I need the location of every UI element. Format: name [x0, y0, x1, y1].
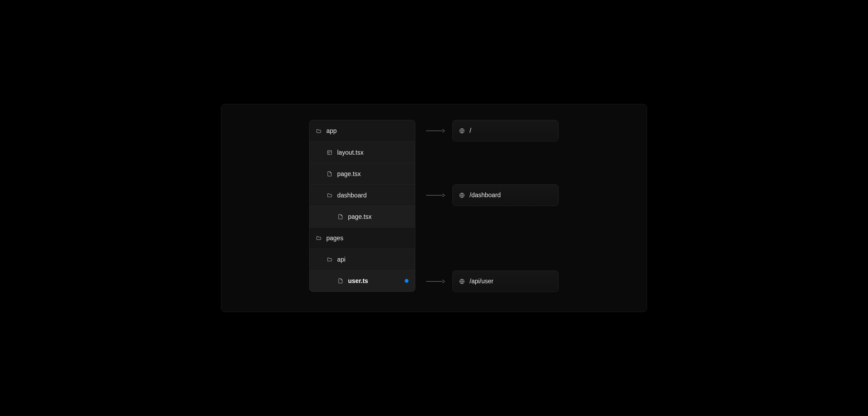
tree-item-dashboard[interactable]: dashboard	[310, 184, 415, 206]
route-box-dashboard: /dashboard	[453, 184, 558, 206]
route-path: /dashboard	[469, 192, 501, 199]
active-dot-icon	[405, 279, 408, 283]
tree-item-label: user.ts	[348, 277, 368, 285]
tree-item-user-ts[interactable]: user.ts	[310, 270, 415, 291]
file-tree: app layout.tsx page.tsx dashboard page.t…	[309, 120, 415, 292]
arrow-right-icon	[426, 131, 445, 131]
tree-item-pages[interactable]: pages	[310, 227, 415, 249]
route-box-api-user: /api/user	[453, 271, 558, 292]
file-icon	[327, 171, 332, 177]
layout-icon	[327, 150, 332, 155]
tree-item-label: page.tsx	[348, 213, 372, 220]
route-path: /api/user	[469, 278, 493, 285]
tree-item-label: page.tsx	[337, 170, 361, 178]
globe-icon	[459, 128, 465, 134]
tree-item-api[interactable]: api	[310, 249, 415, 270]
svg-rect-0	[328, 150, 332, 154]
tree-item-page-tsx[interactable]: page.tsx	[310, 163, 415, 184]
tree-item-layout-tsx[interactable]: layout.tsx	[310, 142, 415, 163]
tree-item-app[interactable]: app	[310, 120, 415, 142]
route-path: /	[469, 127, 471, 134]
routing-diagram-frame: app layout.tsx page.tsx dashboard page.t…	[221, 104, 647, 312]
globe-icon	[459, 193, 465, 198]
tree-item-dashboard-page-tsx[interactable]: page.tsx	[310, 206, 415, 227]
file-icon	[338, 278, 343, 284]
tree-item-label: api	[337, 256, 346, 263]
folder-icon	[316, 128, 321, 134]
arrow-right-icon	[426, 195, 445, 196]
arrow-right-icon	[426, 281, 445, 282]
tree-item-label: pages	[326, 235, 343, 242]
globe-icon	[459, 279, 465, 284]
folder-icon	[316, 235, 321, 241]
folder-icon	[327, 257, 332, 262]
tree-item-label: app	[326, 127, 337, 135]
tree-item-label: dashboard	[337, 192, 367, 199]
file-icon	[338, 214, 343, 219]
folder-icon	[327, 193, 332, 198]
route-box-root: /	[453, 120, 558, 141]
tree-item-label: layout.tsx	[337, 149, 364, 156]
